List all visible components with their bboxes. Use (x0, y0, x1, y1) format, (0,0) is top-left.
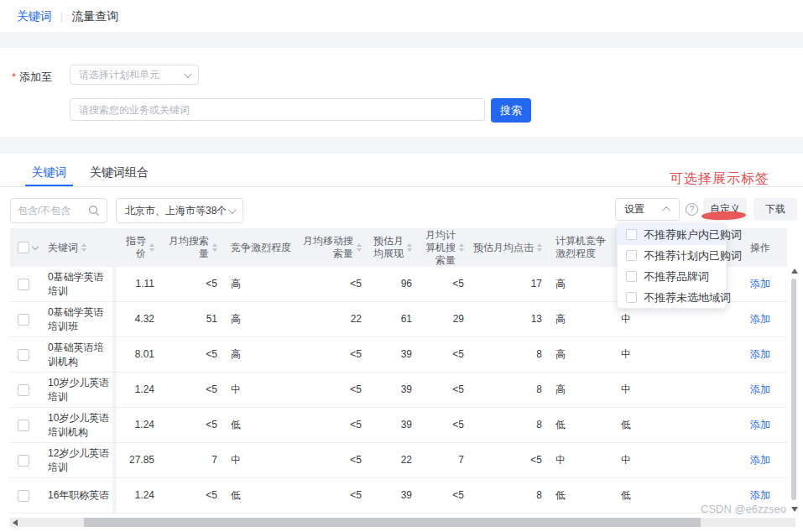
row-checkbox[interactable] (18, 279, 29, 290)
table-cell: 0基础英语培训机构 (42, 337, 117, 372)
select-all-checkbox[interactable] (18, 242, 29, 253)
sort-down-caret (537, 248, 542, 252)
settings-menu-item[interactable]: 不推荐品牌词 (618, 266, 726, 287)
table-cell: 1.24 (117, 408, 161, 442)
scroll-left-arrow-icon[interactable] (13, 519, 18, 526)
row-checkbox[interactable] (18, 420, 29, 431)
table-header-cell: 竞争激烈程度 (224, 228, 301, 267)
table-header-cell (10, 228, 42, 267)
table-cell: 0基础学英语培训班 (42, 302, 117, 336)
table-cell: 中 (614, 373, 670, 407)
red-annotation-text: 可选择展示标签 (670, 170, 769, 188)
sort-up-caret (537, 243, 542, 247)
add-keyword-link[interactable]: 添加 (750, 454, 770, 467)
add-to-label: *添加至 (12, 70, 52, 85)
add-keyword-link[interactable]: 添加 (750, 383, 770, 396)
add-keyword-link[interactable]: 添加 (750, 489, 770, 502)
menu-item-checkbox[interactable] (626, 271, 637, 282)
table-header-cell[interactable]: 关键词 (42, 228, 117, 267)
sort-icon[interactable] (459, 243, 464, 252)
sort-icon[interactable] (357, 243, 362, 252)
help-icon[interactable]: ? (686, 203, 698, 216)
sort-up-caret (212, 243, 217, 247)
table-cell: 8.01 (117, 337, 161, 372)
sort-up-caret (81, 243, 86, 247)
table-cell: 8 (471, 337, 549, 372)
column-header-label: 指导价 (117, 235, 146, 260)
horizontal-scrollbar[interactable] (10, 518, 795, 527)
settings-menu-item[interactable]: 不推荐未选地域词 (618, 287, 726, 308)
plan-unit-select[interactable]: 请选择计划和单元 (70, 65, 199, 85)
table-row: 10岁少儿英语培训机构1.24<5低<539<58低低添加 (10, 408, 787, 443)
chevron-down-icon (184, 70, 192, 78)
table-cell: 17 (471, 267, 549, 301)
sort-down-caret (459, 248, 464, 252)
table-header-cell[interactable]: 预估月均点击 (471, 228, 549, 267)
table-cell: 8 (471, 408, 549, 442)
table-cell: 高 (549, 302, 614, 336)
row-checkbox[interactable] (18, 455, 29, 467)
add-keyword-link[interactable]: 添加 (750, 348, 770, 361)
settings-menu-item[interactable]: 不推荐账户内已购词 (618, 224, 726, 245)
settings-dropdown-button[interactable]: 设置 (615, 198, 680, 221)
table-cell: <5 (471, 443, 549, 477)
table-cell: 39 (368, 373, 419, 407)
add-keyword-link[interactable]: 添加 (750, 278, 770, 290)
chevron-down-icon[interactable] (32, 243, 39, 249)
region-select[interactable]: 北京市、上海市等38个 (116, 198, 243, 223)
table-cell: 61 (368, 302, 419, 336)
contain-filter-box (10, 198, 107, 223)
breadcrumb-traffic-query-link[interactable]: 流量查询 (71, 9, 118, 24)
add-keyword-link[interactable]: 添加 (750, 313, 770, 326)
row-checkbox[interactable] (18, 349, 29, 361)
vertical-scrollbar-thumb[interactable] (791, 279, 796, 500)
table-cell: 低 (549, 478, 614, 513)
sort-icon[interactable] (407, 243, 412, 252)
table-cell (670, 373, 733, 407)
scroll-down-arrow-icon[interactable] (791, 507, 798, 512)
sort-down-caret (81, 248, 86, 252)
table-header-cell[interactable]: 预估月均展现 (368, 228, 419, 267)
row-checkbox[interactable] (18, 490, 29, 502)
sort-up-caret (357, 243, 362, 247)
menu-item-checkbox[interactable] (626, 250, 637, 261)
table-cell: <5 (419, 478, 471, 513)
settings-menu-item[interactable]: 不推荐计划内已购词 (618, 245, 726, 266)
sort-icon[interactable] (212, 243, 217, 252)
horizontal-scrollbar-thumb[interactable] (84, 518, 701, 527)
row-checkbox[interactable] (18, 314, 29, 326)
table-header-cell[interactable]: 月均计算机搜索量 (419, 228, 471, 267)
contain-filter-input[interactable] (18, 205, 88, 216)
search-button[interactable]: 搜索 (491, 98, 531, 123)
table-row: 12岁少儿英语培训27.857中<5227<5中中添加 (10, 443, 787, 478)
menu-item-label: 不推荐未选地域词 (644, 290, 731, 305)
business-keyword-search-input[interactable] (70, 98, 485, 121)
table-header-cell[interactable]: 月均搜索量 (161, 228, 224, 267)
table-cell: <5 (301, 267, 368, 301)
table-cell: 39 (368, 478, 419, 513)
download-button[interactable]: 下载 (753, 198, 797, 221)
table-header-cell[interactable]: 指导价 (117, 228, 161, 267)
sort-icon[interactable] (81, 243, 86, 252)
scroll-up-arrow-icon[interactable] (791, 269, 798, 274)
section-divider-band (0, 137, 803, 154)
tab-keywords[interactable]: 关键词 (25, 161, 73, 186)
table-header-cell[interactable]: 月均移动搜索量 (301, 228, 368, 267)
column-header-label: 预估月均点击 (473, 242, 534, 254)
vertical-scrollbar[interactable] (790, 267, 798, 514)
table-cell: <5 (161, 373, 224, 407)
table-cell: 添加 (733, 302, 787, 336)
add-keyword-link[interactable]: 添加 (750, 419, 770, 431)
customize-button[interactable]: 自定义 (703, 198, 747, 221)
section-divider-band (0, 32, 803, 48)
menu-item-checkbox[interactable] (626, 229, 637, 240)
row-checkbox[interactable] (18, 384, 29, 396)
table-cell: 1.11 (117, 267, 161, 301)
menu-item-checkbox[interactable] (626, 292, 637, 303)
tab-keyword-combos[interactable]: 关键词组合 (86, 161, 152, 186)
breadcrumb-keywords-link[interactable]: 关键词 (17, 9, 52, 24)
sort-icon[interactable] (149, 243, 154, 252)
table-cell (670, 408, 733, 442)
table-cell: 低 (549, 408, 614, 442)
sort-icon[interactable] (537, 243, 542, 252)
